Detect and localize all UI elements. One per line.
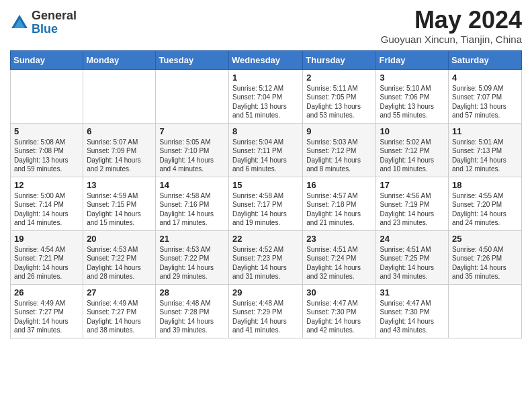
day-header-wednesday: Wednesday [229, 50, 303, 69]
calendar-cell: 5Sunrise: 5:08 AMSunset: 7:08 PMDaylight… [11, 123, 83, 177]
calendar-cell: 24Sunrise: 4:51 AMSunset: 7:25 PMDayligh… [376, 230, 449, 284]
cell-details: Sunrise: 5:04 AMSunset: 7:11 PMDaylight:… [232, 138, 299, 174]
cell-details: Sunrise: 5:03 AMSunset: 7:12 PMDaylight:… [306, 138, 372, 174]
day-header-saturday: Saturday [449, 50, 522, 69]
day-number: 18 [452, 180, 518, 190]
calendar-cell: 8Sunrise: 5:04 AMSunset: 7:11 PMDaylight… [229, 123, 303, 177]
calendar-cell: 29Sunrise: 4:48 AMSunset: 7:29 PMDayligh… [229, 284, 303, 338]
day-number: 8 [232, 126, 299, 136]
cell-details: Sunrise: 4:58 AMSunset: 7:17 PMDaylight:… [232, 191, 299, 228]
calendar-cell: 2Sunrise: 5:11 AMSunset: 7:05 PMDaylight… [303, 69, 376, 123]
cell-details: Sunrise: 4:55 AMSunset: 7:20 PMDaylight:… [452, 191, 518, 228]
cell-details: Sunrise: 5:10 AMSunset: 7:06 PMDaylight:… [380, 84, 445, 120]
cell-details: Sunrise: 4:48 AMSunset: 7:29 PMDaylight:… [232, 299, 299, 335]
page-header: General Blue May 2024 Guoyuan Xincun, Ti… [10, 7, 522, 45]
day-number: 16 [306, 180, 372, 190]
day-number: 2 [306, 73, 372, 83]
calendar-cell: 22Sunrise: 4:52 AMSunset: 7:23 PMDayligh… [229, 230, 303, 284]
calendar-cell: 26Sunrise: 4:49 AMSunset: 7:27 PMDayligh… [11, 284, 83, 338]
cell-details: Sunrise: 4:59 AMSunset: 7:15 PMDaylight:… [87, 191, 152, 228]
calendar-cell: 16Sunrise: 4:57 AMSunset: 7:18 PMDayligh… [303, 177, 376, 230]
day-number: 7 [159, 126, 225, 136]
day-number: 30 [306, 287, 372, 298]
calendar-cell: 1Sunrise: 5:12 AMSunset: 7:04 PMDaylight… [229, 69, 303, 123]
day-number: 12 [14, 180, 79, 190]
cell-details: Sunrise: 5:02 AMSunset: 7:12 PMDaylight:… [380, 138, 445, 174]
day-header-tuesday: Tuesday [156, 50, 229, 69]
calendar-table: SundayMondayTuesdayWednesdayThursdayFrid… [10, 50, 522, 338]
calendar-week-3: 12Sunrise: 5:00 AMSunset: 7:14 PMDayligh… [11, 177, 522, 230]
calendar-cell: 18Sunrise: 4:55 AMSunset: 7:20 PMDayligh… [449, 177, 522, 230]
day-number: 3 [380, 73, 445, 83]
day-number: 20 [87, 234, 152, 244]
calendar-cell: 10Sunrise: 5:02 AMSunset: 7:12 PMDayligh… [376, 123, 449, 177]
day-number: 27 [87, 287, 152, 298]
cell-details: Sunrise: 5:05 AMSunset: 7:10 PMDaylight:… [159, 138, 225, 174]
calendar-cell: 11Sunrise: 5:01 AMSunset: 7:13 PMDayligh… [449, 123, 522, 177]
calendar-cell: 31Sunrise: 4:47 AMSunset: 7:30 PMDayligh… [376, 284, 449, 338]
calendar-cell: 13Sunrise: 4:59 AMSunset: 7:15 PMDayligh… [83, 177, 156, 230]
day-number: 6 [87, 126, 152, 136]
calendar-cell: 12Sunrise: 5:00 AMSunset: 7:14 PMDayligh… [11, 177, 83, 230]
calendar-cell: 25Sunrise: 4:50 AMSunset: 7:26 PMDayligh… [449, 230, 522, 284]
day-header-monday: Monday [83, 50, 156, 69]
cell-details: Sunrise: 4:50 AMSunset: 7:26 PMDaylight:… [452, 245, 518, 281]
calendar-cell: 3Sunrise: 5:10 AMSunset: 7:06 PMDaylight… [376, 69, 449, 123]
calendar-week-4: 19Sunrise: 4:54 AMSunset: 7:21 PMDayligh… [11, 230, 522, 284]
day-number: 5 [14, 126, 79, 136]
day-number: 29 [232, 287, 299, 298]
location-text: Guoyuan Xincun, Tianjin, China [381, 34, 522, 45]
calendar-cell: 19Sunrise: 4:54 AMSunset: 7:21 PMDayligh… [11, 230, 83, 284]
day-number: 28 [159, 287, 225, 298]
calendar-cell: 20Sunrise: 4:53 AMSunset: 7:22 PMDayligh… [83, 230, 156, 284]
day-number: 9 [306, 126, 372, 136]
calendar-cell: 7Sunrise: 5:05 AMSunset: 7:10 PMDaylight… [156, 123, 229, 177]
cell-details: Sunrise: 4:53 AMSunset: 7:22 PMDaylight:… [159, 245, 225, 281]
day-number: 22 [232, 234, 299, 244]
day-number: 21 [159, 234, 225, 244]
cell-details: Sunrise: 4:58 AMSunset: 7:16 PMDaylight:… [159, 191, 225, 228]
calendar-cell: 15Sunrise: 4:58 AMSunset: 7:17 PMDayligh… [229, 177, 303, 230]
cell-details: Sunrise: 5:07 AMSunset: 7:09 PMDaylight:… [87, 138, 152, 174]
month-title: May 2024 [381, 7, 522, 34]
calendar-cell: 23Sunrise: 4:51 AMSunset: 7:24 PMDayligh… [303, 230, 376, 284]
cell-details: Sunrise: 4:49 AMSunset: 7:27 PMDaylight:… [87, 299, 152, 335]
calendar-header-row: SundayMondayTuesdayWednesdayThursdayFrid… [11, 50, 522, 69]
cell-details: Sunrise: 5:09 AMSunset: 7:07 PMDaylight:… [452, 84, 518, 120]
calendar-week-2: 5Sunrise: 5:08 AMSunset: 7:08 PMDaylight… [11, 123, 522, 177]
cell-details: Sunrise: 4:52 AMSunset: 7:23 PMDaylight:… [232, 245, 299, 281]
calendar-week-1: 1Sunrise: 5:12 AMSunset: 7:04 PMDaylight… [11, 69, 522, 123]
day-number: 15 [232, 180, 299, 190]
calendar-cell [449, 284, 522, 338]
cell-details: Sunrise: 5:12 AMSunset: 7:04 PMDaylight:… [232, 84, 299, 120]
cell-details: Sunrise: 5:00 AMSunset: 7:14 PMDaylight:… [14, 191, 79, 228]
calendar-cell: 17Sunrise: 4:56 AMSunset: 7:19 PMDayligh… [376, 177, 449, 230]
calendar-cell: 9Sunrise: 5:03 AMSunset: 7:12 PMDaylight… [303, 123, 376, 177]
logo-general-text: General [32, 9, 77, 23]
calendar-cell: 4Sunrise: 5:09 AMSunset: 7:07 PMDaylight… [449, 69, 522, 123]
cell-details: Sunrise: 4:48 AMSunset: 7:28 PMDaylight:… [159, 299, 225, 335]
logo-icon [10, 13, 29, 32]
calendar-cell [83, 69, 156, 123]
day-number: 1 [232, 73, 299, 83]
cell-details: Sunrise: 4:51 AMSunset: 7:25 PMDaylight:… [380, 245, 445, 281]
day-number: 24 [380, 234, 445, 244]
logo-blue-text: Blue [32, 23, 77, 36]
day-number: 17 [380, 180, 445, 190]
calendar-cell: 30Sunrise: 4:47 AMSunset: 7:30 PMDayligh… [303, 284, 376, 338]
day-header-friday: Friday [376, 50, 449, 69]
calendar-cell: 21Sunrise: 4:53 AMSunset: 7:22 PMDayligh… [156, 230, 229, 284]
calendar-cell: 6Sunrise: 5:07 AMSunset: 7:09 PMDaylight… [83, 123, 156, 177]
day-number: 10 [380, 126, 445, 136]
calendar-week-5: 26Sunrise: 4:49 AMSunset: 7:27 PMDayligh… [11, 284, 522, 338]
day-number: 13 [87, 180, 152, 190]
day-number: 4 [452, 73, 518, 83]
cell-details: Sunrise: 5:08 AMSunset: 7:08 PMDaylight:… [14, 138, 79, 174]
calendar-cell: 27Sunrise: 4:49 AMSunset: 7:27 PMDayligh… [83, 284, 156, 338]
cell-details: Sunrise: 4:51 AMSunset: 7:24 PMDaylight:… [306, 245, 372, 281]
cell-details: Sunrise: 4:53 AMSunset: 7:22 PMDaylight:… [87, 245, 152, 281]
title-area: May 2024 Guoyuan Xincun, Tianjin, China [381, 7, 522, 45]
cell-details: Sunrise: 4:47 AMSunset: 7:30 PMDaylight:… [306, 299, 372, 335]
day-number: 23 [306, 234, 372, 244]
day-number: 25 [452, 234, 518, 244]
